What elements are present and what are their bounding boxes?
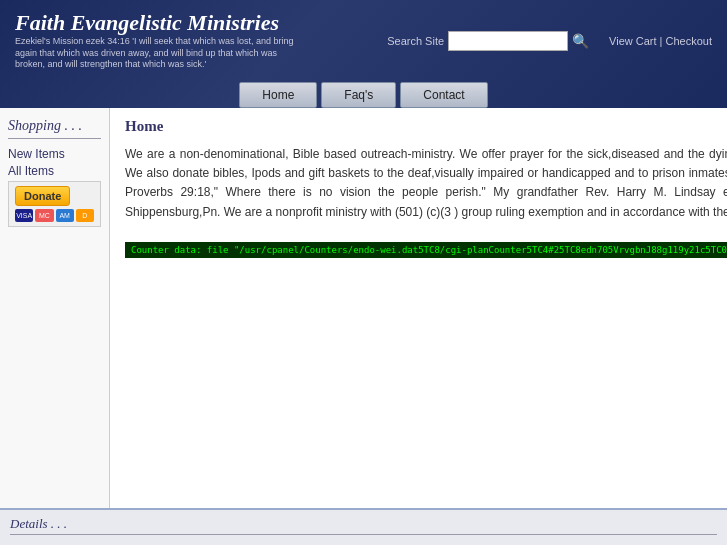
mc-icon: MC bbox=[35, 209, 53, 222]
search-input[interactable] bbox=[448, 31, 568, 51]
footer-section-title: Details . . . bbox=[10, 516, 717, 535]
visa-icon: VISA bbox=[15, 209, 33, 222]
sidebar-item-new-items[interactable]: New Items bbox=[8, 147, 101, 161]
page-title: Home bbox=[125, 118, 727, 135]
nav-bar: Home Faq's Contact bbox=[15, 76, 712, 108]
sidebar-section-title: Shopping . . . bbox=[8, 118, 101, 139]
amex-icon: AM bbox=[56, 209, 74, 222]
site-subtitle: Ezekiel's Mission ezek 34:16 'I will see… bbox=[15, 36, 295, 71]
card-icons: VISA MC AM D bbox=[15, 209, 94, 222]
discover-icon: D bbox=[76, 209, 94, 222]
sidebar: Shopping . . . New Items All Items Donat… bbox=[0, 108, 110, 508]
site-title: Faith Evangelistic Ministries bbox=[15, 10, 295, 36]
counter-bar: Counter data: file "/usr/cpanel/Counters… bbox=[125, 242, 727, 258]
main-body-text: We are a non-denominational, Bible based… bbox=[125, 145, 727, 222]
nav-faqs[interactable]: Faq's bbox=[321, 82, 396, 108]
header-right: Search Site 🔍 View Cart | Checkout bbox=[387, 31, 712, 51]
nav-home[interactable]: Home bbox=[239, 82, 317, 108]
main-wrapper: Shopping . . . New Items All Items Donat… bbox=[0, 108, 727, 508]
main-content: Home We are a non-denominational, Bible … bbox=[110, 108, 727, 508]
paypal-donate-button[interactable]: Donate bbox=[15, 186, 70, 206]
cart-link[interactable]: View Cart | Checkout bbox=[609, 35, 712, 47]
paypal-donate-box: Donate VISA MC AM D bbox=[8, 181, 101, 227]
site-branding: Faith Evangelistic Ministries Ezekiel's … bbox=[15, 10, 295, 71]
search-label: Search Site bbox=[387, 35, 444, 47]
search-area: Search Site 🔍 bbox=[387, 31, 589, 51]
footer-links: Home | About | Vision | Site Map | Web S… bbox=[10, 540, 717, 545]
sidebar-item-all-items[interactable]: All Items bbox=[8, 164, 101, 178]
footer: Details . . . Home | About | Vision | Si… bbox=[0, 508, 727, 545]
nav-contact[interactable]: Contact bbox=[400, 82, 487, 108]
search-icon[interactable]: 🔍 bbox=[572, 33, 589, 49]
site-header: Faith Evangelistic Ministries Ezekiel's … bbox=[0, 0, 727, 108]
